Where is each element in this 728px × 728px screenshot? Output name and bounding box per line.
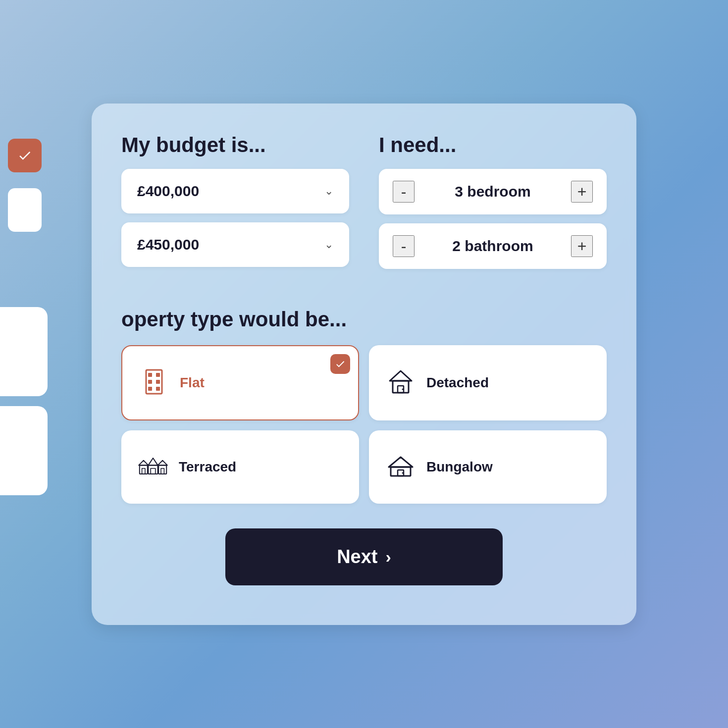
partial-label: d	[8, 455, 16, 470]
detached-label: Detached	[426, 375, 489, 391]
max-budget-chevron-icon: ⌄	[324, 238, 333, 251]
detached-icon	[385, 366, 416, 400]
min-budget-dropdown[interactable]: £400,000 ⌄	[121, 169, 349, 213]
svg-marker-20	[389, 457, 413, 467]
bedroom-minus-button[interactable]: -	[393, 181, 415, 203]
bathroom-count: 2 bathroom	[415, 238, 571, 255]
svg-rect-18	[158, 465, 166, 474]
svg-point-10	[402, 388, 404, 390]
needs-column: I need... - 3 bedroom + - 2 bathroom +	[379, 133, 607, 278]
min-budget-chevron-icon: ⌄	[324, 185, 333, 198]
bedroom-count: 3 bedroom	[415, 183, 571, 200]
svg-rect-8	[393, 381, 409, 393]
budget-title: My budget is...	[121, 133, 349, 157]
svg-marker-11	[139, 460, 148, 465]
bathroom-plus-button[interactable]: +	[571, 235, 593, 257]
terraced-label: Terraced	[179, 459, 236, 475]
needs-title: I need...	[379, 133, 607, 157]
property-card-terraced[interactable]: Terraced	[121, 430, 359, 504]
partial-property-card-1	[0, 307, 48, 396]
svg-rect-4	[156, 380, 160, 384]
svg-marker-17	[158, 460, 167, 465]
property-card-detached[interactable]: Detached	[369, 345, 607, 420]
property-card-bungalow[interactable]: Bungalow	[369, 430, 607, 504]
svg-rect-12	[140, 465, 148, 474]
top-section: My budget is... £400,000 ⌄ £450,000 ⌄ I …	[121, 133, 607, 278]
svg-rect-16	[151, 468, 156, 473]
page-container: d My budget is... £400,000 ⌄ £450,000 ⌄ …	[0, 0, 728, 728]
svg-rect-21	[391, 467, 411, 476]
next-button-container: Next ›	[121, 528, 607, 585]
next-arrow-icon: ›	[386, 547, 391, 567]
bedroom-plus-button[interactable]: +	[571, 181, 593, 203]
svg-rect-3	[148, 380, 152, 384]
bungalow-icon	[385, 450, 416, 484]
property-title: operty type would be...	[121, 308, 607, 331]
property-card-flat[interactable]: Flat	[121, 345, 359, 420]
svg-rect-2	[156, 373, 160, 377]
partial-checkbox-checked-2	[8, 411, 42, 445]
svg-marker-7	[390, 371, 412, 381]
terraced-icon	[137, 450, 169, 484]
svg-rect-15	[148, 465, 157, 474]
flat-check-icon	[330, 354, 350, 374]
budget-column: My budget is... £400,000 ⌄ £450,000 ⌄	[121, 133, 349, 278]
flat-icon	[138, 366, 170, 400]
bathroom-minus-button[interactable]: -	[393, 235, 415, 257]
svg-point-23	[402, 472, 404, 473]
partial-property-card-2	[0, 406, 48, 495]
next-button-label: Next	[337, 546, 377, 568]
svg-marker-14	[148, 458, 157, 465]
flat-label: Flat	[180, 375, 205, 391]
property-grid: Flat Detached	[121, 345, 607, 504]
partial-checkbox-empty	[8, 188, 42, 232]
svg-rect-1	[148, 373, 152, 377]
max-budget-dropdown[interactable]: £450,000 ⌄	[121, 222, 349, 267]
svg-rect-6	[156, 387, 160, 391]
property-section: operty type would be...	[121, 308, 607, 504]
partial-checkbox-checked-1	[8, 139, 42, 172]
svg-rect-13	[142, 468, 145, 473]
next-button[interactable]: Next ›	[225, 528, 503, 585]
svg-rect-5	[148, 387, 152, 391]
svg-rect-19	[161, 468, 164, 473]
min-budget-value: £400,000	[137, 183, 199, 200]
left-partial-overlay: d	[0, 0, 50, 728]
bedroom-stepper: - 3 bedroom +	[379, 169, 607, 214]
max-budget-value: £450,000	[137, 236, 199, 253]
bungalow-label: Bungalow	[426, 459, 493, 475]
property-title-partial: operty type would be...	[121, 308, 347, 331]
bathroom-stepper: - 2 bathroom +	[379, 223, 607, 269]
main-card: My budget is... £400,000 ⌄ £450,000 ⌄ I …	[92, 104, 636, 625]
